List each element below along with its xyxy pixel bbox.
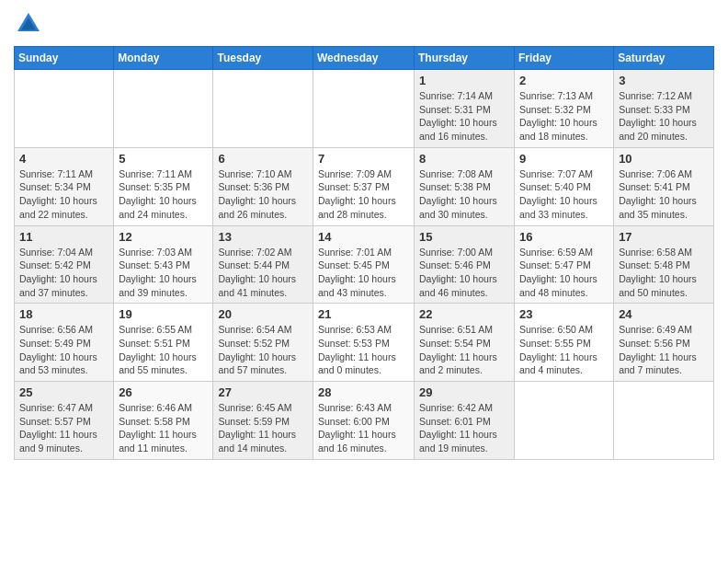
day-info: Sunrise: 6:56 AMSunset: 5:49 PMDaylight:… (19, 323, 108, 377)
calendar-cell: 23Sunrise: 6:50 AMSunset: 5:55 PMDayligh… (515, 304, 614, 382)
day-info: Sunrise: 6:59 AMSunset: 5:47 PMDaylight:… (519, 246, 609, 300)
day-number: 7 (318, 152, 409, 166)
day-info: Sunrise: 6:45 AMSunset: 5:59 PMDaylight:… (218, 401, 308, 455)
logo (14, 9, 47, 39)
calendar-cell: 15Sunrise: 7:00 AMSunset: 5:46 PMDayligh… (415, 225, 515, 304)
day-info: Sunrise: 7:14 AMSunset: 5:31 PMDaylight:… (419, 89, 509, 144)
page-header (14, 9, 714, 39)
day-info: Sunrise: 6:43 AMSunset: 6:00 PMDaylight:… (318, 401, 409, 455)
day-info: Sunrise: 6:47 AMSunset: 5:57 PMDaylight:… (19, 401, 108, 455)
day-number: 28 (318, 385, 409, 399)
day-info: Sunrise: 7:00 AMSunset: 5:46 PMDaylight:… (419, 246, 509, 300)
calendar-cell: 27Sunrise: 6:45 AMSunset: 5:59 PMDayligh… (213, 382, 313, 460)
calendar-week-3: 11Sunrise: 7:04 AMSunset: 5:42 PMDayligh… (15, 225, 714, 304)
day-number: 24 (619, 307, 709, 321)
day-info: Sunrise: 6:51 AMSunset: 5:54 PMDaylight:… (419, 323, 509, 377)
day-number: 15 (419, 230, 509, 244)
calendar-table: SundayMondayTuesdayWednesdayThursdayFrid… (14, 46, 714, 460)
day-number: 12 (119, 230, 208, 244)
day-header-wednesday: Wednesday (313, 47, 415, 70)
calendar-cell (614, 382, 714, 460)
day-header-monday: Monday (114, 47, 213, 70)
day-info: Sunrise: 6:53 AMSunset: 5:53 PMDaylight:… (318, 323, 409, 377)
day-number: 23 (519, 307, 609, 321)
calendar-cell: 1Sunrise: 7:14 AMSunset: 5:31 PMDaylight… (415, 70, 515, 148)
day-info: Sunrise: 7:03 AMSunset: 5:43 PMDaylight:… (119, 246, 208, 300)
day-number: 10 (619, 152, 709, 166)
calendar-cell: 19Sunrise: 6:55 AMSunset: 5:51 PMDayligh… (114, 304, 213, 382)
day-number: 19 (119, 307, 208, 321)
day-info: Sunrise: 7:09 AMSunset: 5:37 PMDaylight:… (318, 167, 409, 222)
day-header-friday: Friday (515, 47, 614, 70)
calendar-cell (114, 70, 213, 148)
calendar-cell (213, 70, 313, 148)
calendar-cell: 29Sunrise: 6:42 AMSunset: 6:01 PMDayligh… (415, 382, 515, 460)
day-number: 13 (218, 230, 308, 244)
day-number: 3 (619, 74, 709, 87)
calendar-week-2: 4Sunrise: 7:11 AMSunset: 5:34 PMDaylight… (15, 147, 714, 225)
calendar-cell: 2Sunrise: 7:13 AMSunset: 5:32 PMDaylight… (515, 70, 614, 148)
day-number: 9 (519, 152, 609, 166)
calendar-cell: 6Sunrise: 7:10 AMSunset: 5:36 PMDaylight… (213, 147, 313, 225)
calendar-cell: 20Sunrise: 6:54 AMSunset: 5:52 PMDayligh… (213, 304, 313, 382)
calendar-cell (313, 70, 415, 148)
calendar-cell (15, 70, 114, 148)
day-info: Sunrise: 7:12 AMSunset: 5:33 PMDaylight:… (619, 89, 709, 144)
calendar-cell: 18Sunrise: 6:56 AMSunset: 5:49 PMDayligh… (15, 304, 114, 382)
day-number: 20 (218, 307, 308, 321)
calendar-cell: 22Sunrise: 6:51 AMSunset: 5:54 PMDayligh… (415, 304, 515, 382)
calendar-cell: 12Sunrise: 7:03 AMSunset: 5:43 PMDayligh… (114, 225, 213, 304)
calendar-week-5: 25Sunrise: 6:47 AMSunset: 5:57 PMDayligh… (15, 382, 714, 460)
logo-icon (14, 9, 43, 39)
day-header-thursday: Thursday (415, 47, 515, 70)
day-info: Sunrise: 6:42 AMSunset: 6:01 PMDaylight:… (419, 401, 509, 455)
day-number: 22 (419, 307, 509, 321)
calendar-cell: 25Sunrise: 6:47 AMSunset: 5:57 PMDayligh… (15, 382, 114, 460)
day-info: Sunrise: 7:10 AMSunset: 5:36 PMDaylight:… (218, 167, 308, 222)
day-number: 27 (218, 385, 308, 399)
calendar-cell: 16Sunrise: 6:59 AMSunset: 5:47 PMDayligh… (515, 225, 614, 304)
day-info: Sunrise: 7:07 AMSunset: 5:40 PMDaylight:… (519, 167, 609, 222)
day-info: Sunrise: 6:58 AMSunset: 5:48 PMDaylight:… (619, 246, 709, 300)
day-number: 25 (19, 385, 108, 399)
calendar-cell: 14Sunrise: 7:01 AMSunset: 5:45 PMDayligh… (313, 225, 415, 304)
day-info: Sunrise: 7:04 AMSunset: 5:42 PMDaylight:… (19, 246, 108, 300)
day-number: 18 (19, 307, 108, 321)
calendar-cell: 13Sunrise: 7:02 AMSunset: 5:44 PMDayligh… (213, 225, 313, 304)
day-info: Sunrise: 7:11 AMSunset: 5:34 PMDaylight:… (19, 167, 108, 222)
calendar-cell: 8Sunrise: 7:08 AMSunset: 5:38 PMDaylight… (415, 147, 515, 225)
day-number: 14 (318, 230, 409, 244)
calendar-cell: 10Sunrise: 7:06 AMSunset: 5:41 PMDayligh… (614, 147, 714, 225)
calendar-cell: 9Sunrise: 7:07 AMSunset: 5:40 PMDaylight… (515, 147, 614, 225)
day-info: Sunrise: 6:50 AMSunset: 5:55 PMDaylight:… (519, 323, 609, 377)
day-number: 17 (619, 230, 709, 244)
calendar-cell (515, 382, 614, 460)
calendar-cell: 17Sunrise: 6:58 AMSunset: 5:48 PMDayligh… (614, 225, 714, 304)
calendar-cell: 24Sunrise: 6:49 AMSunset: 5:56 PMDayligh… (614, 304, 714, 382)
day-number: 2 (519, 74, 609, 87)
day-number: 16 (519, 230, 609, 244)
day-info: Sunrise: 6:54 AMSunset: 5:52 PMDaylight:… (218, 323, 308, 377)
day-header-saturday: Saturday (614, 47, 714, 70)
calendar-cell: 5Sunrise: 7:11 AMSunset: 5:35 PMDaylight… (114, 147, 213, 225)
day-info: Sunrise: 7:02 AMSunset: 5:44 PMDaylight:… (218, 246, 308, 300)
day-info: Sunrise: 7:01 AMSunset: 5:45 PMDaylight:… (318, 246, 409, 300)
calendar-cell: 4Sunrise: 7:11 AMSunset: 5:34 PMDaylight… (15, 147, 114, 225)
calendar-week-4: 18Sunrise: 6:56 AMSunset: 5:49 PMDayligh… (15, 304, 714, 382)
day-number: 11 (19, 230, 108, 244)
day-info: Sunrise: 7:06 AMSunset: 5:41 PMDaylight:… (619, 167, 709, 222)
day-number: 29 (419, 385, 509, 399)
calendar-cell: 11Sunrise: 7:04 AMSunset: 5:42 PMDayligh… (15, 225, 114, 304)
calendar-week-1: 1Sunrise: 7:14 AMSunset: 5:31 PMDaylight… (15, 70, 714, 148)
day-number: 26 (119, 385, 208, 399)
day-number: 8 (419, 152, 509, 166)
calendar-cell: 21Sunrise: 6:53 AMSunset: 5:53 PMDayligh… (313, 304, 415, 382)
calendar-cell: 7Sunrise: 7:09 AMSunset: 5:37 PMDaylight… (313, 147, 415, 225)
calendar-body: 1Sunrise: 7:14 AMSunset: 5:31 PMDaylight… (15, 70, 714, 460)
calendar-cell: 28Sunrise: 6:43 AMSunset: 6:00 PMDayligh… (313, 382, 415, 460)
day-number: 1 (419, 74, 509, 87)
calendar-header-row: SundayMondayTuesdayWednesdayThursdayFrid… (15, 47, 714, 70)
day-header-sunday: Sunday (15, 47, 114, 70)
day-info: Sunrise: 7:13 AMSunset: 5:32 PMDaylight:… (519, 89, 609, 144)
day-number: 4 (19, 152, 108, 166)
